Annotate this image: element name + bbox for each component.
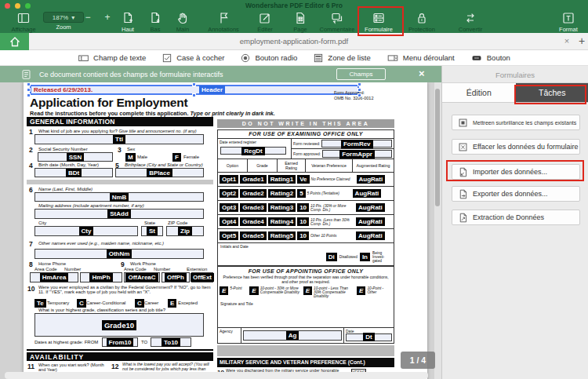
field-grade4[interactable]: Grade4: [240, 217, 267, 226]
tab-close-icon[interactable]: ×: [561, 33, 572, 50]
toolbar-item-affichage[interactable]: Affichage: [6, 10, 41, 33]
field-cty[interactable]: Cty: [34, 226, 138, 236]
toolbar-item-editer[interactable]: Éditer: [248, 10, 282, 33]
tab-taches[interactable]: Tâches: [516, 83, 588, 102]
field-grade10[interactable]: Grade10: [34, 313, 204, 337]
field-opt1[interactable]: Opt1: [220, 175, 238, 184]
field-pts1[interactable]: Ve: [297, 175, 309, 184]
field-grade2[interactable]: Grade2: [240, 189, 267, 198]
field-aug1[interactable]: AugRati: [357, 175, 386, 184]
selection-handle[interactable]: [192, 93, 196, 97]
field-othnm[interactable]: OthNm: [34, 249, 204, 259]
field-opt4[interactable]: Opt4: [220, 217, 238, 226]
field-offph[interactable]: OffPh: [162, 272, 190, 282]
selection-handle[interactable]: [27, 88, 31, 92]
selection-handle[interactable]: [192, 82, 196, 86]
field-offext[interactable]: OffExt: [191, 272, 213, 282]
tool-text-field[interactable]: Champ de texte: [78, 53, 146, 64]
field-regdt[interactable]: RegDt: [220, 147, 286, 155]
clear-form-data-button[interactable]: Effacer les données du formulaire: [452, 139, 580, 155]
field-to10[interactable]: To10: [151, 337, 191, 347]
field-e5[interactable]: E: [220, 286, 228, 295]
field-pts5[interactable]: 10: [297, 231, 309, 240]
selection-handle[interactable]: [358, 88, 361, 92]
field-aug5[interactable]: AugRati: [356, 231, 385, 240]
field-in[interactable]: In: [360, 253, 370, 261]
export-data-button[interactable]: Exporter des données...: [452, 186, 580, 202]
selection-handle[interactable]: [358, 93, 361, 97]
toolbar-item-commentaire[interactable]: Commentaire: [314, 10, 361, 33]
tool-dropdown-menu[interactable]: Menu déroulant: [387, 53, 455, 64]
field-bplace[interactable]: BPlace: [115, 168, 204, 177]
field-aug3[interactable]: AugRati: [356, 203, 385, 212]
field-offareac[interactable]: OffAreaC: [124, 272, 160, 282]
home-button[interactable]: [0, 33, 29, 50]
field-zip[interactable]: Zip: [166, 226, 204, 236]
selection-handle[interactable]: [27, 93, 31, 97]
field-e10c[interactable]: E: [357, 286, 365, 295]
field-rating4[interactable]: Rating4: [268, 217, 296, 226]
field-dt[interactable]: Dt: [346, 333, 392, 341]
field-ttl[interactable]: Ttl: [34, 134, 204, 144]
toolbar-item-formulaire[interactable]: Formulaire: [357, 10, 401, 33]
scrollbar-thumb[interactable]: [435, 89, 440, 206]
toolbar-item-main[interactable]: Main: [165, 10, 200, 33]
field-opt5[interactable]: Opt5: [220, 231, 238, 240]
field-e10a[interactable]: E: [249, 286, 258, 295]
new-tab-icon[interactable]: +: [576, 33, 587, 50]
field-aug2[interactable]: AugRati: [353, 189, 382, 198]
field-grade1[interactable]: Grade1: [240, 175, 267, 184]
field-grade3[interactable]: Grade3: [240, 203, 267, 212]
field-formappr[interactable]: FormAppr: [322, 150, 392, 158]
toolbar-item-protection[interactable]: Protection: [401, 10, 442, 33]
zoom-out-button[interactable]: −: [82, 13, 94, 24]
field-hmph[interactable]: HmPh: [80, 272, 122, 282]
horizontal-scrollbar[interactable]: [5, 372, 428, 379]
field-nmb[interactable]: NmB: [34, 192, 204, 202]
selection-handle[interactable]: [358, 82, 361, 86]
field-career[interactable]: C: [135, 299, 144, 308]
field-sex-male[interactable]: M: [125, 153, 136, 162]
field-pts2[interactable]: 5: [297, 189, 305, 198]
field-sex-female[interactable]: F: [172, 153, 181, 162]
field-grade5[interactable]: Grade5: [240, 231, 267, 240]
field-aug4[interactable]: AugRati: [356, 217, 385, 226]
field-rating5[interactable]: Rating5: [268, 231, 296, 240]
field-opt2[interactable]: Opt2: [220, 189, 238, 198]
data-extraction-button[interactable]: Extraction de Données: [452, 210, 580, 225]
tool-list-box[interactable]: Zone de liste: [313, 53, 370, 64]
tool-radio-button[interactable]: Bouton radio: [240, 53, 297, 64]
field-st[interactable]: St: [141, 226, 163, 236]
field-excepted[interactable]: E: [168, 299, 176, 308]
tool-checkbox[interactable]: Case à cocher: [162, 53, 224, 64]
field-pts3[interactable]: 10: [297, 203, 309, 212]
field-rating1[interactable]: Rating1: [268, 175, 296, 184]
header-field-chip[interactable]: Header: [199, 86, 225, 94]
tab-edition[interactable]: Édition: [442, 83, 516, 102]
tool-button[interactable]: Bouton: [470, 53, 510, 64]
field-rating3[interactable]: Rating3: [268, 203, 296, 212]
zoom-dropdown[interactable]: 187% ▾: [43, 12, 84, 23]
field-ag[interactable]: Ag: [243, 330, 342, 341]
field-opt3[interactable]: Opt3: [220, 203, 238, 212]
field-rating2[interactable]: Rating2: [268, 189, 296, 198]
field-e10b[interactable]: E: [303, 286, 312, 295]
field-ssn[interactable]: SSN: [38, 152, 113, 162]
notification-close-icon[interactable]: ×: [419, 67, 425, 79]
field-from10[interactable]: From10: [102, 337, 138, 347]
highlight-existing-fields-button[interactable]: Mettreen surbrillance les champs existan…: [452, 115, 580, 130]
field-hmarea[interactable]: HmArea: [30, 272, 78, 282]
highlight-fields-button[interactable]: Champs surlignés: [336, 68, 386, 80]
toolbar-item-convertir[interactable]: Convertir: [450, 10, 491, 33]
field-temporary[interactable]: Te: [34, 299, 46, 308]
field-bdt[interactable]: BDt: [34, 168, 113, 177]
field-stadd[interactable]: StAdd: [34, 209, 204, 219]
toolbar-item-format[interactable]: Format: [550, 10, 587, 33]
field-formrev[interactable]: FormRev: [321, 140, 392, 148]
field-career-conditional[interactable]: C: [77, 299, 86, 308]
import-data-button[interactable]: Importer des données...: [452, 164, 580, 180]
field-pts4[interactable]: 10: [297, 217, 309, 226]
field-di[interactable]: Di: [326, 253, 337, 261]
selection-handle[interactable]: [27, 82, 31, 86]
toolbar-item-annotations[interactable]: Annotations: [202, 10, 245, 33]
